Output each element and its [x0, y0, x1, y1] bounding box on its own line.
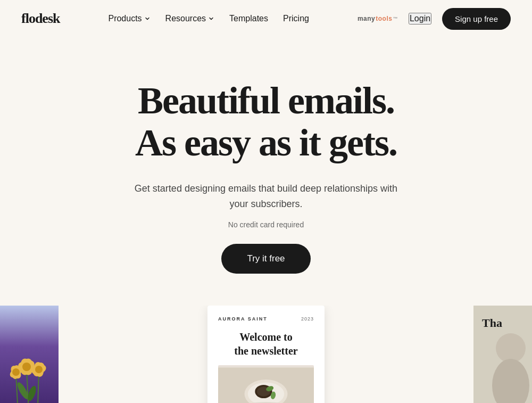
manytools-many: many: [358, 15, 375, 22]
preview-section: AURORA SAINT 2023 Welcome to the newslet…: [0, 306, 532, 403]
preview-right-card: Tha: [473, 306, 532, 403]
flower-decoration: [0, 316, 59, 403]
email-header-row: AURORA SAINT 2023: [218, 316, 314, 322]
signup-button[interactable]: Sign up free: [442, 8, 511, 30]
email-year: 2023: [301, 316, 314, 322]
hero-section: Beautiful emails. As easy as it gets. Ge…: [0, 37, 532, 306]
right-card-decoration: [473, 316, 532, 403]
svg-point-11: [12, 368, 20, 376]
logo[interactable]: flodesk: [21, 11, 60, 27]
email-image: [218, 365, 314, 403]
nav-item-templates[interactable]: Templates: [229, 14, 268, 23]
manytools-tools: tools: [376, 15, 392, 22]
email-brand: AURORA SAINT: [218, 316, 268, 322]
preview-center-card: AURORA SAINT 2023 Welcome to the newslet…: [207, 306, 325, 403]
nav-item-pricing[interactable]: Pricing: [283, 14, 309, 23]
svg-point-28: [496, 333, 526, 363]
svg-point-7: [22, 363, 31, 371]
svg-point-15: [35, 366, 43, 373]
main-nav: Products Resources Templates Pricing: [108, 14, 309, 23]
site-header: flodesk Products Resources Templates Pri…: [0, 0, 532, 37]
header-right: manytools™ Login Sign up free: [358, 8, 511, 30]
svg-point-29: [492, 359, 529, 403]
nav-item-resources[interactable]: Resources: [165, 14, 214, 23]
chevron-down-icon: [144, 15, 151, 22]
svg-line-2: [37, 372, 39, 403]
login-button[interactable]: Login: [409, 13, 431, 24]
hero-subtitle: Get started designing emails that build …: [133, 181, 399, 212]
manytools-badge: manytools™: [358, 15, 398, 22]
svg-line-1: [16, 375, 19, 403]
nav-item-products[interactable]: Products: [108, 14, 150, 23]
try-free-button[interactable]: Try it free: [221, 244, 310, 274]
no-credit-text: No credit card required: [21, 220, 511, 229]
hero-title: Beautiful emails. As easy as it gets.: [21, 80, 511, 164]
email-title: Welcome to the newsletter: [218, 330, 314, 358]
preview-left-card: [0, 306, 59, 403]
manytools-tm: ™: [393, 16, 398, 21]
chevron-down-icon: [208, 15, 214, 22]
